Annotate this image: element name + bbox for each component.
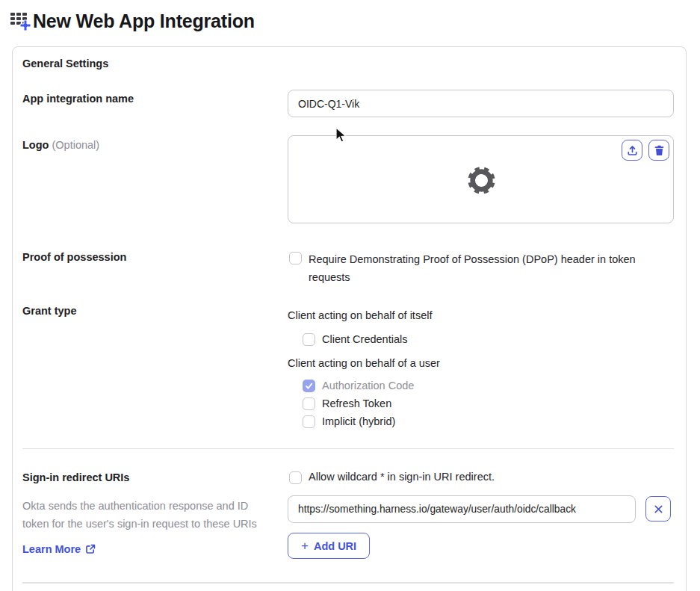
client-credentials-label[interactable]: Client Credentials [322, 333, 407, 345]
remove-uri-button[interactable] [645, 496, 671, 522]
section-divider [22, 448, 674, 449]
grant-type-label: Grant type [22, 305, 77, 317]
wildcard-checkbox[interactable] [289, 471, 302, 484]
proof-label: Proof of possession [22, 251, 126, 263]
refresh-token-label[interactable]: Refresh Token [322, 397, 391, 409]
page-title: New Web App Integration [33, 10, 255, 32]
refresh-token-checkbox[interactable] [303, 397, 315, 410]
app-name-input[interactable] [288, 90, 674, 117]
trash-icon [653, 144, 666, 157]
learn-more-link[interactable]: Learn More [22, 543, 96, 555]
close-icon [654, 504, 663, 514]
new-web-app-integration-page: New Web App Integration General Settings… [0, 0, 700, 591]
upload-logo-button[interactable] [622, 140, 642, 161]
upload-icon [626, 144, 639, 157]
redirect-uri-input[interactable] [288, 495, 636, 523]
client-credentials-checkbox[interactable] [303, 333, 315, 346]
dpop-checkbox[interactable] [289, 252, 302, 264]
authorization-code-checkbox[interactable] [303, 380, 315, 392]
external-link-icon [85, 544, 96, 554]
logo-dropzone[interactable] [288, 135, 674, 223]
implicit-hybrid-label[interactable]: Implicit (hybrid) [322, 415, 395, 427]
plus-icon [19, 19, 31, 31]
logo-label: Logo (Optional) [22, 139, 99, 151]
app-name-label: App integration name [22, 93, 134, 105]
signin-redirect-help: Okta sends the authentication response a… [22, 498, 276, 533]
authorization-code-label[interactable]: Authorization Code [322, 380, 414, 392]
wildcard-checkbox-label[interactable]: Allow wildcard * in sign-in URI redirect… [309, 471, 495, 483]
dpop-checkbox-label[interactable]: Require Demonstrating Proof of Possessio… [309, 250, 648, 286]
card-heading: General Settings [22, 58, 108, 69]
mouse-cursor [335, 127, 347, 143]
bottom-divider [22, 582, 674, 584]
grant-self-heading: Client acting on behalf of itself [288, 309, 432, 321]
grant-user-heading: Client acting on behalf of a user [288, 357, 440, 369]
delete-logo-button[interactable] [648, 140, 669, 161]
check-icon [305, 382, 313, 390]
add-uri-button[interactable]: + Add URI [288, 533, 370, 559]
implicit-hybrid-checkbox[interactable] [303, 415, 315, 428]
plus-glyph: + [301, 539, 309, 552]
signin-redirect-label: Sign-in redirect URIs [22, 471, 129, 483]
gear-icon [466, 165, 497, 196]
